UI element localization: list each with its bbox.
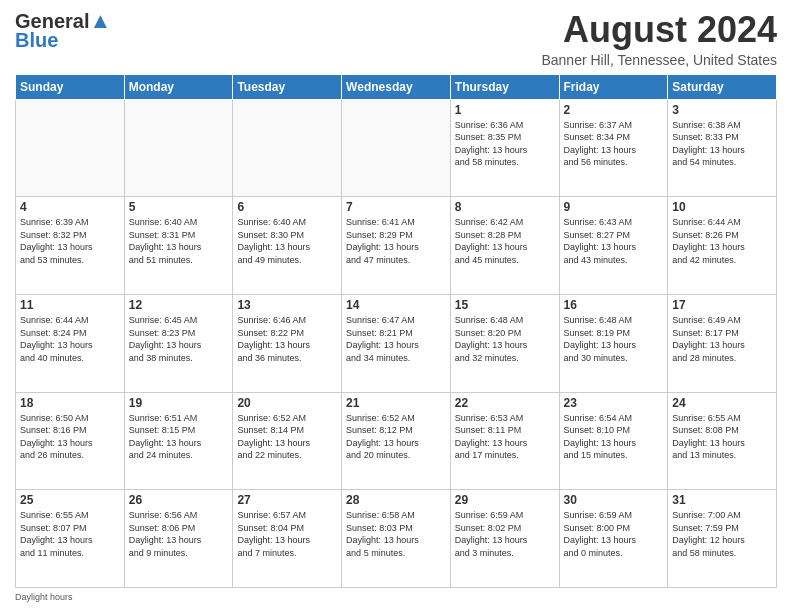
day-number: 22 xyxy=(455,396,555,410)
day-info: Sunrise: 6:38 AM Sunset: 8:33 PM Dayligh… xyxy=(672,119,772,169)
day-info: Sunrise: 6:41 AM Sunset: 8:29 PM Dayligh… xyxy=(346,216,446,266)
day-info: Sunrise: 6:47 AM Sunset: 8:21 PM Dayligh… xyxy=(346,314,446,364)
footer-note: Daylight hours xyxy=(15,592,777,602)
day-number: 20 xyxy=(237,396,337,410)
day-info: Sunrise: 6:52 AM Sunset: 8:12 PM Dayligh… xyxy=(346,412,446,462)
day-info: Sunrise: 6:57 AM Sunset: 8:04 PM Dayligh… xyxy=(237,509,337,559)
day-info: Sunrise: 6:56 AM Sunset: 8:06 PM Dayligh… xyxy=(129,509,229,559)
day-cell: 18Sunrise: 6:50 AM Sunset: 8:16 PM Dayli… xyxy=(16,392,125,490)
day-cell: 6Sunrise: 6:40 AM Sunset: 8:30 PM Daylig… xyxy=(233,197,342,295)
week-row-1: 1Sunrise: 6:36 AM Sunset: 8:35 PM Daylig… xyxy=(16,99,777,197)
day-number: 3 xyxy=(672,103,772,117)
col-header-wednesday: Wednesday xyxy=(342,74,451,99)
day-info: Sunrise: 6:54 AM Sunset: 8:10 PM Dayligh… xyxy=(564,412,664,462)
week-row-2: 4Sunrise: 6:39 AM Sunset: 8:32 PM Daylig… xyxy=(16,197,777,295)
day-info: Sunrise: 6:45 AM Sunset: 8:23 PM Dayligh… xyxy=(129,314,229,364)
day-cell: 25Sunrise: 6:55 AM Sunset: 8:07 PM Dayli… xyxy=(16,490,125,588)
day-cell: 31Sunrise: 7:00 AM Sunset: 7:59 PM Dayli… xyxy=(668,490,777,588)
day-cell: 28Sunrise: 6:58 AM Sunset: 8:03 PM Dayli… xyxy=(342,490,451,588)
day-cell xyxy=(124,99,233,197)
week-row-3: 11Sunrise: 6:44 AM Sunset: 8:24 PM Dayli… xyxy=(16,294,777,392)
title-block: August 2024 Banner Hill, Tennessee, Unit… xyxy=(541,10,777,68)
day-cell: 19Sunrise: 6:51 AM Sunset: 8:15 PM Dayli… xyxy=(124,392,233,490)
day-cell: 11Sunrise: 6:44 AM Sunset: 8:24 PM Dayli… xyxy=(16,294,125,392)
header: General▲ Blue August 2024 Banner Hill, T… xyxy=(15,10,777,68)
day-info: Sunrise: 7:00 AM Sunset: 7:59 PM Dayligh… xyxy=(672,509,772,559)
col-header-saturday: Saturday xyxy=(668,74,777,99)
day-info: Sunrise: 6:36 AM Sunset: 8:35 PM Dayligh… xyxy=(455,119,555,169)
day-cell: 24Sunrise: 6:55 AM Sunset: 8:08 PM Dayli… xyxy=(668,392,777,490)
col-header-monday: Monday xyxy=(124,74,233,99)
calendar-header-row: SundayMondayTuesdayWednesdayThursdayFrid… xyxy=(16,74,777,99)
day-number: 10 xyxy=(672,200,772,214)
day-number: 25 xyxy=(20,493,120,507)
day-info: Sunrise: 6:59 AM Sunset: 8:02 PM Dayligh… xyxy=(455,509,555,559)
day-number: 13 xyxy=(237,298,337,312)
day-number: 2 xyxy=(564,103,664,117)
page: General▲ Blue August 2024 Banner Hill, T… xyxy=(0,0,792,612)
day-cell: 8Sunrise: 6:42 AM Sunset: 8:28 PM Daylig… xyxy=(450,197,559,295)
day-info: Sunrise: 6:37 AM Sunset: 8:34 PM Dayligh… xyxy=(564,119,664,169)
day-info: Sunrise: 6:52 AM Sunset: 8:14 PM Dayligh… xyxy=(237,412,337,462)
day-number: 9 xyxy=(564,200,664,214)
day-info: Sunrise: 6:39 AM Sunset: 8:32 PM Dayligh… xyxy=(20,216,120,266)
day-cell: 27Sunrise: 6:57 AM Sunset: 8:04 PM Dayli… xyxy=(233,490,342,588)
day-number: 5 xyxy=(129,200,229,214)
day-cell: 5Sunrise: 6:40 AM Sunset: 8:31 PM Daylig… xyxy=(124,197,233,295)
day-info: Sunrise: 6:44 AM Sunset: 8:26 PM Dayligh… xyxy=(672,216,772,266)
day-number: 23 xyxy=(564,396,664,410)
day-cell: 23Sunrise: 6:54 AM Sunset: 8:10 PM Dayli… xyxy=(559,392,668,490)
day-cell: 7Sunrise: 6:41 AM Sunset: 8:29 PM Daylig… xyxy=(342,197,451,295)
day-info: Sunrise: 6:55 AM Sunset: 8:08 PM Dayligh… xyxy=(672,412,772,462)
day-number: 19 xyxy=(129,396,229,410)
day-cell: 29Sunrise: 6:59 AM Sunset: 8:02 PM Dayli… xyxy=(450,490,559,588)
day-number: 16 xyxy=(564,298,664,312)
day-info: Sunrise: 6:40 AM Sunset: 8:31 PM Dayligh… xyxy=(129,216,229,266)
day-cell: 1Sunrise: 6:36 AM Sunset: 8:35 PM Daylig… xyxy=(450,99,559,197)
day-cell: 20Sunrise: 6:52 AM Sunset: 8:14 PM Dayli… xyxy=(233,392,342,490)
day-info: Sunrise: 6:59 AM Sunset: 8:00 PM Dayligh… xyxy=(564,509,664,559)
day-number: 6 xyxy=(237,200,337,214)
calendar: SundayMondayTuesdayWednesdayThursdayFrid… xyxy=(15,74,777,588)
week-row-5: 25Sunrise: 6:55 AM Sunset: 8:07 PM Dayli… xyxy=(16,490,777,588)
day-number: 8 xyxy=(455,200,555,214)
day-cell: 3Sunrise: 6:38 AM Sunset: 8:33 PM Daylig… xyxy=(668,99,777,197)
day-info: Sunrise: 6:46 AM Sunset: 8:22 PM Dayligh… xyxy=(237,314,337,364)
day-number: 24 xyxy=(672,396,772,410)
day-info: Sunrise: 6:48 AM Sunset: 8:19 PM Dayligh… xyxy=(564,314,664,364)
day-info: Sunrise: 6:51 AM Sunset: 8:15 PM Dayligh… xyxy=(129,412,229,462)
day-cell: 12Sunrise: 6:45 AM Sunset: 8:23 PM Dayli… xyxy=(124,294,233,392)
day-cell: 15Sunrise: 6:48 AM Sunset: 8:20 PM Dayli… xyxy=(450,294,559,392)
day-cell: 4Sunrise: 6:39 AM Sunset: 8:32 PM Daylig… xyxy=(16,197,125,295)
day-number: 18 xyxy=(20,396,120,410)
day-info: Sunrise: 6:48 AM Sunset: 8:20 PM Dayligh… xyxy=(455,314,555,364)
day-number: 15 xyxy=(455,298,555,312)
col-header-friday: Friday xyxy=(559,74,668,99)
day-cell: 10Sunrise: 6:44 AM Sunset: 8:26 PM Dayli… xyxy=(668,197,777,295)
day-info: Sunrise: 6:49 AM Sunset: 8:17 PM Dayligh… xyxy=(672,314,772,364)
month-year: August 2024 xyxy=(541,10,777,50)
day-cell xyxy=(233,99,342,197)
logo: General▲ Blue xyxy=(15,10,111,50)
day-number: 29 xyxy=(455,493,555,507)
day-info: Sunrise: 6:43 AM Sunset: 8:27 PM Dayligh… xyxy=(564,216,664,266)
day-number: 21 xyxy=(346,396,446,410)
day-number: 26 xyxy=(129,493,229,507)
day-cell: 14Sunrise: 6:47 AM Sunset: 8:21 PM Dayli… xyxy=(342,294,451,392)
logo-bird-icon: ▲ xyxy=(89,8,111,33)
day-number: 28 xyxy=(346,493,446,507)
logo-blue: Blue xyxy=(15,30,58,50)
day-info: Sunrise: 6:40 AM Sunset: 8:30 PM Dayligh… xyxy=(237,216,337,266)
col-header-sunday: Sunday xyxy=(16,74,125,99)
day-number: 27 xyxy=(237,493,337,507)
day-number: 30 xyxy=(564,493,664,507)
day-number: 17 xyxy=(672,298,772,312)
day-info: Sunrise: 6:42 AM Sunset: 8:28 PM Dayligh… xyxy=(455,216,555,266)
day-cell: 22Sunrise: 6:53 AM Sunset: 8:11 PM Dayli… xyxy=(450,392,559,490)
day-info: Sunrise: 6:53 AM Sunset: 8:11 PM Dayligh… xyxy=(455,412,555,462)
day-number: 14 xyxy=(346,298,446,312)
day-cell: 26Sunrise: 6:56 AM Sunset: 8:06 PM Dayli… xyxy=(124,490,233,588)
day-info: Sunrise: 6:50 AM Sunset: 8:16 PM Dayligh… xyxy=(20,412,120,462)
day-number: 11 xyxy=(20,298,120,312)
day-number: 7 xyxy=(346,200,446,214)
